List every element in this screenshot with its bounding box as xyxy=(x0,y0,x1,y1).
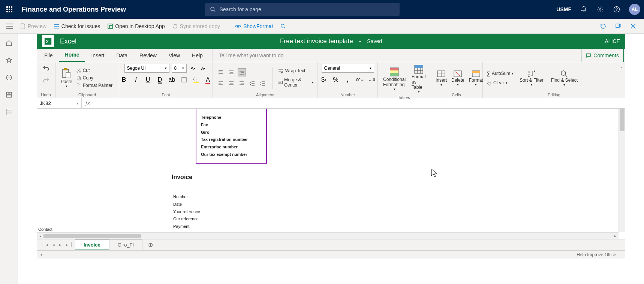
invoice-heading[interactable]: Invoice xyxy=(172,174,192,181)
fill-color-button[interactable] xyxy=(192,76,200,84)
wrap-text-button[interactable]: Wrap Text xyxy=(278,68,314,73)
field-payment[interactable]: Payment xyxy=(173,223,200,230)
field-number[interactable]: Number xyxy=(173,193,200,201)
tab-file[interactable]: File xyxy=(38,49,59,62)
tab-help[interactable]: Help xyxy=(186,49,209,62)
align-bottom-icon[interactable] xyxy=(238,68,246,76)
excel-doc-name[interactable]: Free text invoice template xyxy=(280,37,353,45)
bold-button[interactable]: B xyxy=(120,76,128,84)
field-contact[interactable]: Contact xyxy=(38,227,52,232)
open-desktop-button[interactable]: Open in Desktop App xyxy=(104,19,168,33)
decrease-indent-icon[interactable] xyxy=(248,79,256,88)
decrease-decimal-icon[interactable]: ←.0 xyxy=(368,76,376,84)
cell-giro[interactable]: Giro xyxy=(201,129,262,136)
borders-button[interactable] xyxy=(180,76,188,84)
name-box[interactable]: JK82▾ xyxy=(37,98,82,108)
number-format-select[interactable]: General▾ xyxy=(322,64,374,73)
add-sheet-button[interactable]: ⊕ xyxy=(145,240,155,250)
strikethrough-button[interactable]: ab xyxy=(168,76,176,84)
cell-telephone[interactable]: Telephone xyxy=(201,114,262,121)
clear-button[interactable]: Clear▾ xyxy=(487,80,514,85)
italic-button[interactable]: I xyxy=(132,76,140,84)
undo-button[interactable] xyxy=(42,64,50,72)
tab-insert[interactable]: Insert xyxy=(85,49,110,62)
merge-center-button[interactable]: Merge & Center ▾ xyxy=(278,77,314,88)
cell-tax-exempt[interactable]: Our tax exempt number xyxy=(201,151,262,158)
decrease-font-icon[interactable]: A▾ xyxy=(199,64,208,72)
fx-icon[interactable]: ƒx xyxy=(82,100,93,106)
double-underline-button[interactable]: D xyxy=(156,76,164,84)
format-as-table-button[interactable]: Format as Table▾ xyxy=(410,64,427,94)
favorites-icon[interactable] xyxy=(5,56,13,64)
popout-icon[interactable] xyxy=(614,22,622,30)
redo-button[interactable] xyxy=(42,76,50,84)
help-icon[interactable] xyxy=(613,5,621,13)
app-launcher-icon[interactable] xyxy=(4,4,15,15)
check-issues-button[interactable]: Check for issues xyxy=(50,19,104,33)
format-painter-button[interactable]: Format Painter xyxy=(76,83,112,88)
notifications-icon[interactable] xyxy=(580,5,588,13)
excel-user[interactable]: ALICE xyxy=(605,38,620,44)
sort-filter-button[interactable]: AZSort & Filter▾ xyxy=(518,69,545,87)
workspaces-icon[interactable] xyxy=(5,91,13,99)
sheet-tab-invoice[interactable]: Invoice xyxy=(75,239,109,250)
tab-view[interactable]: View xyxy=(163,49,186,62)
tab-review[interactable]: Review xyxy=(133,49,163,62)
underline-button[interactable]: U xyxy=(144,76,152,84)
cells-delete-button[interactable]: Delete▾ xyxy=(450,69,466,87)
copy-button[interactable]: Copy xyxy=(76,75,112,81)
align-right-icon[interactable] xyxy=(238,79,246,88)
formula-input[interactable] xyxy=(93,98,625,108)
increase-font-icon[interactable]: A▴ xyxy=(189,64,197,72)
field-our-ref[interactable]: Our reference xyxy=(173,215,200,223)
close-icon[interactable] xyxy=(629,22,637,30)
preview-button[interactable]: Preview xyxy=(16,19,50,33)
collapse-ribbon-icon[interactable] xyxy=(619,64,623,71)
align-top-icon[interactable] xyxy=(217,68,225,76)
align-center-icon[interactable] xyxy=(227,79,235,88)
cells-insert-button[interactable]: Insert▾ xyxy=(434,69,448,87)
global-search[interactable]: Search for a page xyxy=(205,3,400,16)
settings-icon[interactable] xyxy=(596,5,604,13)
cell-tax-reg[interactable]: Tax registration number xyxy=(201,136,262,143)
percent-icon[interactable]: % xyxy=(332,76,340,84)
user-avatar[interactable]: AL xyxy=(629,4,640,15)
status-menu-icon[interactable]: ▾ xyxy=(37,253,42,257)
align-middle-icon[interactable] xyxy=(227,68,235,76)
sync-button[interactable]: Sync stored copy xyxy=(169,19,224,33)
paste-button[interactable]: Paste▾ xyxy=(59,67,74,89)
tab-data[interactable]: Data xyxy=(110,49,133,62)
spreadsheet-grid[interactable]: Telephone Fax Giro Tax registration numb… xyxy=(37,109,625,239)
currency-icon[interactable]: $▾ xyxy=(320,76,328,84)
increase-indent-icon[interactable] xyxy=(259,79,267,88)
find-select-button[interactable]: Find & Select▾ xyxy=(550,69,579,87)
align-left-icon[interactable] xyxy=(217,79,225,88)
conditional-formatting-button[interactable]: Conditional Formatting▾ xyxy=(382,66,407,92)
horizontal-scrollbar[interactable]: ◂▸ xyxy=(37,232,619,239)
comments-button[interactable]: Comments xyxy=(581,49,624,62)
home-icon[interactable] xyxy=(5,39,13,47)
field-your-ref[interactable]: Your reference xyxy=(173,208,200,216)
tell-me-search[interactable]: Tell me what you want to do xyxy=(213,49,290,62)
tab-home[interactable]: Home xyxy=(59,49,85,62)
cell-enterprise[interactable]: Enterprise number xyxy=(201,143,262,151)
refresh-icon[interactable] xyxy=(599,22,607,30)
font-size-select[interactable]: 8▾ xyxy=(172,64,187,73)
nav-toggle-icon[interactable] xyxy=(3,24,16,29)
vertical-scrollbar[interactable] xyxy=(619,109,625,232)
help-improve-link[interactable]: Help Improve Office xyxy=(577,252,625,257)
cells-format-button[interactable]: Format▾ xyxy=(467,69,485,87)
sheet-tab-giro[interactable]: Giro_FI xyxy=(109,239,142,250)
cell-fax[interactable]: Fax xyxy=(201,121,262,129)
increase-decimal-icon[interactable]: .00→ xyxy=(356,76,364,84)
cut-button[interactable]: Cut xyxy=(76,68,112,73)
recent-icon[interactable] xyxy=(5,73,13,82)
company-code[interactable]: USMF xyxy=(556,6,571,12)
search-action-icon[interactable] xyxy=(277,19,289,33)
autosum-button[interactable]: ∑AutoSum▾ xyxy=(487,70,514,76)
show-format-button[interactable]: ShowFormat xyxy=(231,19,277,33)
font-name-select[interactable]: Segoe UI▾ xyxy=(124,64,169,73)
font-color-button[interactable]: A xyxy=(204,76,212,84)
sheet-nav[interactable]: ▏◂◂▸▸▕ xyxy=(39,242,75,247)
comma-icon[interactable]: , xyxy=(344,76,352,84)
